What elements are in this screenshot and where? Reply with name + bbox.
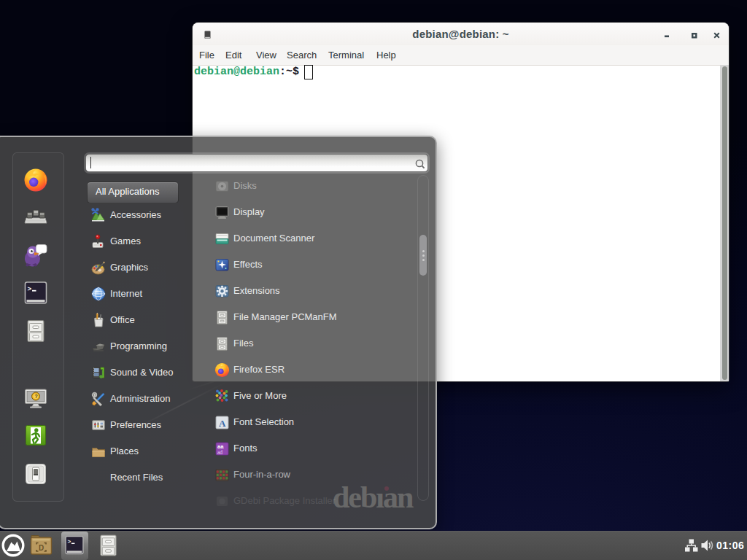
svg-text:>: > bbox=[28, 285, 32, 293]
svg-text:>: > bbox=[68, 538, 71, 545]
svg-text:D: D bbox=[39, 544, 44, 552]
svg-text:ad: ad bbox=[217, 449, 222, 456]
svg-text:A: A bbox=[219, 418, 226, 429]
svg-text:?: ? bbox=[34, 394, 37, 399]
